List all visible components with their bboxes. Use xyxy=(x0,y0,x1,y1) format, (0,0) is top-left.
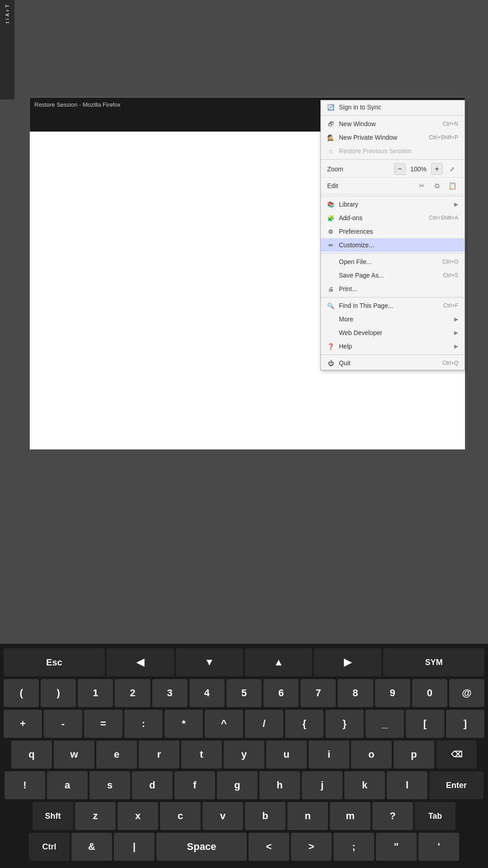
library-label: Library xyxy=(339,201,358,208)
key-p[interactable]: p xyxy=(394,741,434,769)
key-9[interactable]: 9 xyxy=(375,679,410,707)
key-v[interactable]: v xyxy=(202,802,243,830)
key-esc[interactable]: Esc xyxy=(4,648,105,676)
key-h[interactable]: h xyxy=(259,771,300,799)
key-tab[interactable]: Tab xyxy=(415,802,455,830)
key-l[interactable]: l xyxy=(387,771,427,799)
menu-item-sign-in[interactable]: 🔄 Sign in to Sync xyxy=(321,100,465,114)
key-equals[interactable]: = xyxy=(84,710,122,738)
key-5[interactable]: 5 xyxy=(226,679,262,707)
keyboard-asdf-row: ! a s d f g h j k l Enter xyxy=(4,771,484,799)
key-gt[interactable]: > xyxy=(291,833,332,861)
key-m[interactable]: m xyxy=(330,802,371,830)
key-question[interactable]: ? xyxy=(372,802,413,830)
key-0[interactable]: 0 xyxy=(412,679,447,707)
key-up[interactable]: ▲ xyxy=(245,648,312,676)
help-arrow: ▶ xyxy=(454,343,458,349)
key-minus[interactable]: - xyxy=(44,710,82,738)
menu-item-library[interactable]: 📚 Library ▶ xyxy=(321,198,465,211)
key-plus[interactable]: + xyxy=(4,710,42,738)
key-pipe[interactable]: | xyxy=(114,833,155,861)
menu-item-print[interactable]: 🖨 Print... xyxy=(321,282,465,296)
key-d[interactable]: d xyxy=(132,771,173,799)
key-r[interactable]: r xyxy=(139,741,179,769)
menu-item-restore-session[interactable]: ⎌ Restore Previous Session xyxy=(321,144,465,158)
key-3[interactable]: 3 xyxy=(152,679,188,707)
copy-button[interactable]: ⧉ xyxy=(431,180,443,192)
key-colon[interactable]: : xyxy=(124,710,163,738)
key-z[interactable]: z xyxy=(75,802,116,830)
key-n[interactable]: n xyxy=(287,802,328,830)
zoom-increase-button[interactable]: + xyxy=(431,163,443,175)
zoom-expand-button[interactable]: ⤢ xyxy=(446,163,458,175)
find-label: Find in This Page... xyxy=(339,302,393,309)
menu-item-save-page[interactable]: Save Page As... Ctrl+S xyxy=(321,269,465,282)
menu-item-open-file[interactable]: Open File... Ctrl+O xyxy=(321,255,465,269)
key-i[interactable]: i xyxy=(309,741,349,769)
key-ctrl[interactable]: Ctrl xyxy=(29,833,70,861)
menu-item-more[interactable]: More ▶ xyxy=(321,312,465,326)
new-window-label: New Window xyxy=(339,120,376,127)
key-sym[interactable]: SYM xyxy=(383,648,484,676)
key-y[interactable]: y xyxy=(224,741,264,769)
key-enter[interactable]: Enter xyxy=(429,771,483,799)
key-bracket-open[interactable]: [ xyxy=(406,710,444,738)
key-bracket-close[interactable]: ] xyxy=(446,710,484,738)
key-b[interactable]: b xyxy=(245,802,286,830)
key-at[interactable]: @ xyxy=(449,679,484,707)
key-k[interactable]: k xyxy=(344,771,385,799)
key-exclaim[interactable]: ! xyxy=(5,771,45,799)
menu-item-customize[interactable]: ✏ Customize... xyxy=(321,238,465,252)
key-right[interactable]: ▶ xyxy=(314,648,381,676)
paste-button[interactable]: 📋 xyxy=(446,180,458,192)
key-semicolon[interactable]: ; xyxy=(333,833,374,861)
key-j[interactable]: j xyxy=(302,771,343,799)
key-down[interactable]: ▼ xyxy=(176,648,243,676)
key-underscore[interactable]: _ xyxy=(366,710,404,738)
key-asterisk[interactable]: * xyxy=(164,710,203,738)
zoom-decrease-button[interactable]: − xyxy=(394,163,406,175)
key-o[interactable]: o xyxy=(351,741,392,769)
key-c[interactable]: c xyxy=(160,802,201,830)
key-left[interactable]: ◀ xyxy=(107,648,174,676)
menu-item-web-developer[interactable]: Web Developer ▶ xyxy=(321,326,465,340)
menu-item-quit[interactable]: ⏻ Quit Ctrl+Q xyxy=(321,356,465,370)
key-u[interactable]: u xyxy=(266,741,307,769)
key-8[interactable]: 8 xyxy=(338,679,373,707)
key-shift[interactable]: Shft xyxy=(33,802,73,830)
cut-button[interactable]: ✂ xyxy=(416,180,427,192)
key-space[interactable]: Space xyxy=(156,833,247,861)
key-e[interactable]: e xyxy=(96,741,137,769)
key-x[interactable]: x xyxy=(117,802,158,830)
menu-item-preferences[interactable]: ⚙ Preferences xyxy=(321,225,465,238)
key-7[interactable]: 7 xyxy=(300,679,336,707)
key-4[interactable]: 4 xyxy=(189,679,225,707)
key-2[interactable]: 2 xyxy=(115,679,150,707)
key-t[interactable]: t xyxy=(181,741,222,769)
key-dquote[interactable]: " xyxy=(376,833,417,861)
key-brace-open[interactable]: { xyxy=(285,710,324,738)
key-slash[interactable]: / xyxy=(245,710,283,738)
key-f[interactable]: f xyxy=(174,771,215,799)
key-paren-open[interactable]: ( xyxy=(4,679,39,707)
key-s[interactable]: s xyxy=(89,771,130,799)
key-w[interactable]: w xyxy=(54,741,94,769)
edit-icons: ✂ ⧉ 📋 xyxy=(416,180,458,192)
key-a[interactable]: a xyxy=(47,771,88,799)
menu-item-find[interactable]: 🔍 Find in This Page... Ctrl+F xyxy=(321,299,465,312)
key-6[interactable]: 6 xyxy=(263,679,299,707)
key-ampersand[interactable]: & xyxy=(71,833,112,861)
key-paren-close[interactable]: ) xyxy=(41,679,76,707)
menu-item-addons[interactable]: 🧩 Add-ons Ctrl+Shift+A xyxy=(321,211,465,225)
key-caret[interactable]: ^ xyxy=(205,710,243,738)
menu-item-private-window[interactable]: 🕵 New Private Window Ctrl+Shift+P xyxy=(321,131,465,144)
menu-item-new-window[interactable]: 🗗 New Window Ctrl+N xyxy=(321,117,465,131)
key-q[interactable]: q xyxy=(11,741,52,769)
menu-item-help[interactable]: ❓ Help ▶ xyxy=(321,340,465,353)
key-brace-close[interactable]: } xyxy=(325,710,364,738)
key-squote[interactable]: ' xyxy=(418,833,459,861)
key-g[interactable]: g xyxy=(217,771,258,799)
key-backspace[interactable]: ⌫ xyxy=(436,741,477,769)
key-lt[interactable]: < xyxy=(249,833,289,861)
key-1[interactable]: 1 xyxy=(78,679,113,707)
